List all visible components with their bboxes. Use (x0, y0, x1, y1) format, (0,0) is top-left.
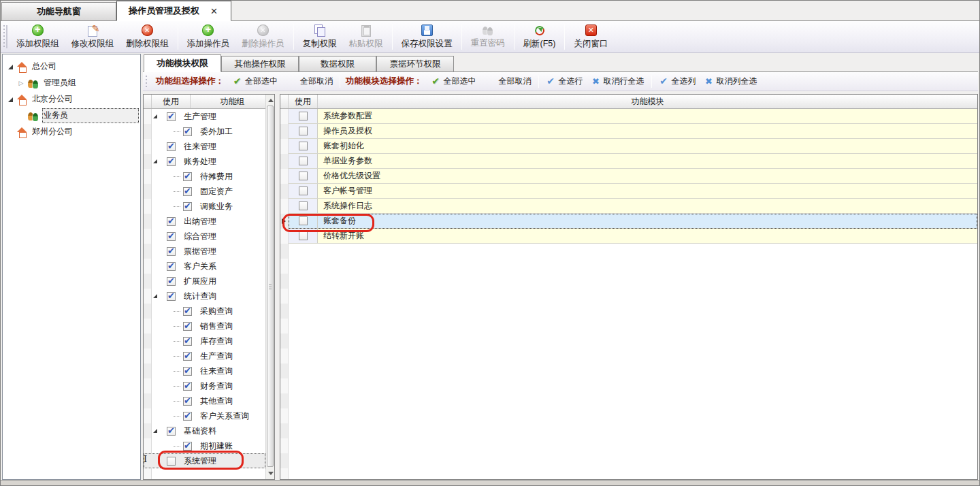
function-group-row[interactable]: 综合管理 (144, 229, 265, 244)
row-selector-cell[interactable] (280, 199, 289, 214)
group-vertical-scrollbar[interactable] (265, 95, 274, 479)
use-checkbox[interactable] (183, 322, 192, 331)
toolbar-button[interactable]: 删除权限组 (120, 22, 175, 52)
function-group-row[interactable]: 销售查询 (144, 319, 265, 334)
tree-expander-icon[interactable] (153, 294, 167, 298)
use-checkbox[interactable] (183, 352, 192, 361)
toolbar-button[interactable]: 修改权限组 (65, 22, 120, 52)
use-checkbox[interactable] (183, 442, 192, 451)
use-checkbox[interactable] (299, 187, 308, 195)
tree-expander-icon[interactable]: ▷ (17, 80, 25, 86)
tree-expander-icon[interactable] (6, 65, 14, 69)
row-content[interactable]: 账套初始化 (289, 139, 977, 154)
use-checkbox[interactable] (167, 292, 176, 301)
row-selector-cell[interactable] (280, 124, 289, 139)
row-content[interactable]: 结转新开账 (289, 229, 977, 244)
toolbar-button[interactable]: 保存权限设置 (395, 22, 459, 52)
use-checkbox[interactable] (183, 412, 192, 421)
tab-inactive[interactable]: 功能导航窗 (1, 2, 116, 20)
selection-action-button[interactable]: 取消行全选 (587, 74, 649, 88)
function-module-row[interactable]: 单据业务参数 (280, 154, 977, 169)
use-checkbox[interactable] (167, 142, 176, 151)
toolbar-button[interactable]: 添加操作员 (181, 22, 236, 52)
use-checkbox[interactable] (183, 337, 192, 346)
row-content[interactable]: 账套备份 (289, 214, 977, 229)
function-module-row[interactable]: 价格优先级设置 (280, 169, 977, 184)
column-header-use[interactable]: 使用 (152, 95, 191, 108)
tree-expander-icon[interactable] (153, 429, 167, 433)
row-content[interactable]: 操作员及授权 (289, 124, 977, 139)
scroll-up-arrow-icon[interactable] (268, 99, 274, 102)
use-checkbox[interactable] (299, 231, 308, 240)
permission-tab[interactable]: 其他操作权限 (221, 56, 299, 71)
function-group-row[interactable]: 生产查询 (144, 349, 265, 363)
function-group-row[interactable]: 出纳管理 (144, 214, 265, 229)
function-group-row[interactable]: 客户关系查询 (144, 408, 265, 423)
use-checkbox[interactable] (299, 216, 308, 225)
function-group-row[interactable]: 调账业务 (144, 199, 265, 214)
use-checkbox[interactable] (183, 172, 192, 181)
row-selector-cell[interactable] (280, 184, 289, 199)
selection-action-button[interactable]: 全部取消 (480, 74, 536, 88)
function-group-row[interactable]: 财务查询 (144, 378, 265, 393)
function-group-row[interactable]: 客户关系 (144, 259, 265, 274)
org-tree-item[interactable]: 北京分公司 (3, 91, 140, 108)
row-selector-cell[interactable] (280, 139, 289, 154)
use-checkbox[interactable] (183, 382, 192, 391)
toolbar-button[interactable]: 添加权限组 (10, 22, 65, 52)
use-checkbox[interactable] (167, 457, 176, 466)
row-selector-cell[interactable] (280, 214, 289, 229)
tree-expander-icon[interactable] (153, 114, 167, 118)
use-checkbox[interactable] (299, 172, 308, 180)
use-checkbox[interactable] (299, 157, 308, 165)
row-selector-cell[interactable] (280, 109, 289, 124)
selection-action-button[interactable]: 取消列全选 (700, 74, 762, 88)
row-content[interactable]: 客户帐号管理 (289, 184, 977, 199)
function-group-row[interactable]: 待摊费用 (144, 169, 265, 184)
row-selector-cell[interactable] (280, 169, 289, 184)
row-content[interactable]: 系统参数配置 (289, 109, 977, 124)
column-header-module[interactable]: 功能模块 (318, 95, 977, 108)
use-checkbox[interactable] (167, 427, 176, 436)
toolbar-button[interactable]: 复制权限 (297, 22, 343, 52)
use-checkbox[interactable] (167, 112, 176, 121)
function-module-row[interactable]: 账套初始化 (280, 139, 977, 154)
use-checkbox[interactable] (167, 157, 176, 166)
tab-close-icon[interactable]: ✕ (209, 6, 219, 16)
permission-tab[interactable]: 功能模块权限 (144, 54, 221, 72)
org-tree-item[interactable]: 业务员 (3, 108, 140, 124)
function-group-row[interactable]: 统计查询 (144, 289, 265, 304)
use-checkbox[interactable] (299, 112, 308, 120)
row-selector-cell[interactable] (280, 229, 289, 244)
org-tree-item[interactable]: 总公司 (3, 59, 140, 75)
function-group-row[interactable]: 账务处理 (144, 154, 265, 169)
selection-action-button[interactable]: 全部取消 (282, 74, 337, 88)
column-header-group[interactable]: 功能组 (191, 95, 274, 108)
function-group-row[interactable]: 期初建账 (144, 438, 265, 453)
function-group-row[interactable]: 采购查询 (144, 304, 265, 319)
use-checkbox[interactable] (183, 397, 192, 406)
function-group-row[interactable]: 库存查询 (144, 334, 265, 349)
use-checkbox[interactable] (183, 367, 192, 376)
selection-action-button[interactable]: 全选列 (655, 74, 700, 88)
use-checkbox[interactable] (167, 277, 176, 286)
use-checkbox[interactable] (183, 187, 192, 196)
function-group-row[interactable]: 往来查询 (144, 363, 265, 378)
function-module-row[interactable]: 操作员及授权 (280, 124, 977, 139)
use-checkbox[interactable] (167, 262, 176, 271)
selection-action-button[interactable]: 全选行 (542, 74, 587, 88)
row-content[interactable]: 价格优先级设置 (289, 169, 977, 184)
function-module-row[interactable]: 系统参数配置 (280, 109, 977, 124)
selection-action-button[interactable]: 全部选中 (427, 74, 480, 88)
tree-expander-icon[interactable] (153, 159, 167, 163)
use-checkbox[interactable] (183, 127, 192, 136)
use-checkbox[interactable] (299, 127, 308, 135)
column-header-use[interactable]: 使用 (289, 95, 318, 108)
function-group-row[interactable]: 生产管理 (144, 109, 265, 124)
function-group-row[interactable]: 委外加工 (144, 124, 265, 139)
function-group-row[interactable]: 扩展应用 (144, 274, 265, 289)
use-checkbox[interactable] (183, 202, 192, 211)
use-checkbox[interactable] (299, 142, 308, 150)
org-tree-item[interactable]: ▷管理员组 (3, 75, 140, 91)
row-selector-cell[interactable] (280, 154, 289, 169)
